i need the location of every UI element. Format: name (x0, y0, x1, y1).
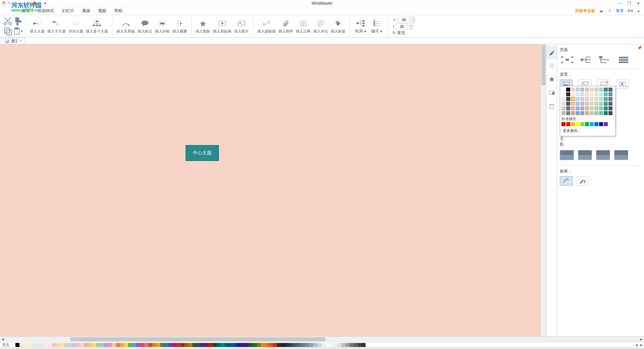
color-swatch[interactable] (599, 122, 603, 126)
central-topic[interactable]: 中心主题 (185, 145, 219, 161)
v-spacing-up[interactable]: ▴ (409, 23, 413, 27)
palette-swatch[interactable] (321, 343, 325, 347)
palette-swatch[interactable] (193, 343, 197, 347)
color-swatch[interactable] (604, 102, 608, 106)
color-swatch[interactable] (566, 122, 570, 126)
color-swatch[interactable] (594, 111, 598, 115)
palette-swatch[interactable] (64, 343, 68, 347)
h-spacing-up[interactable]: ▴ (411, 17, 415, 20)
print-icon[interactable]: 🖨 (37, 1, 42, 6)
color-swatch[interactable] (580, 122, 584, 126)
palette-swatch[interactable] (84, 343, 88, 347)
v-spacing-down[interactable]: ▾ (409, 27, 413, 30)
palette-swatch[interactable] (305, 343, 309, 347)
palette-swatch[interactable] (237, 343, 241, 347)
color-swatch[interactable] (561, 88, 566, 92)
palette-swatch[interactable] (176, 343, 180, 347)
palette-swatch[interactable] (140, 343, 144, 347)
palette-swatch[interactable] (23, 343, 28, 347)
reset-button[interactable]: ↻重置 (392, 30, 415, 36)
hscroll-thumb[interactable] (70, 337, 325, 341)
layout-right[interactable] (579, 55, 593, 65)
palette-swatch[interactable] (52, 343, 56, 347)
color-swatch[interactable] (576, 92, 580, 96)
palette-swatch[interactable] (40, 343, 44, 347)
palette-swatch[interactable] (358, 343, 362, 347)
comment-button[interactable]: 插入评论 (312, 18, 329, 35)
color-swatch[interactable] (576, 102, 580, 106)
palette-swatch[interactable] (273, 343, 277, 347)
palette-swatch[interactable] (68, 343, 72, 347)
palette-swatch[interactable] (309, 343, 313, 347)
color-swatch[interactable] (571, 111, 575, 115)
side-tab-style[interactable] (546, 46, 557, 59)
color-swatch[interactable] (585, 111, 589, 115)
palette-swatch[interactable] (156, 343, 160, 347)
palette-swatch[interactable] (15, 343, 19, 347)
tag-button[interactable]: 插入标签 (329, 18, 347, 35)
palette-swatch[interactable] (297, 343, 301, 347)
color-swatch[interactable] (599, 102, 603, 106)
upgrade-link[interactable]: 升级专业版 (575, 8, 595, 14)
redo-icon[interactable] (12, 1, 17, 6)
palette-right[interactable]: ▶ (639, 343, 644, 347)
share-icon[interactable]: < (607, 8, 612, 13)
numbering-button[interactable]: 123编号 ▾ (369, 18, 385, 35)
palette-swatch[interactable] (245, 343, 249, 347)
color-swatch[interactable] (608, 111, 612, 115)
canvas[interactable]: 中心主题 (0, 44, 540, 336)
color-swatch[interactable] (561, 102, 566, 106)
palette-swatch[interactable] (108, 343, 112, 347)
color-swatch[interactable] (576, 97, 580, 101)
summary-button[interactable]: 插入概要 (171, 18, 189, 35)
color-swatch[interactable] (576, 122, 580, 126)
effect-pen[interactable] (576, 176, 589, 186)
palette-swatch[interactable] (28, 343, 32, 347)
color-swatch[interactable] (604, 97, 608, 101)
close-button[interactable]: ✕ (636, 1, 641, 6)
palette-swatch[interactable] (233, 343, 237, 347)
palette-swatch[interactable] (329, 343, 333, 347)
menu-slideshow[interactable]: 幻灯片 (59, 7, 77, 15)
color-swatch[interactable] (585, 92, 589, 96)
color-swatch[interactable] (585, 102, 589, 106)
palette-swatch[interactable] (289, 343, 293, 347)
menu-help[interactable]: 帮助 (111, 7, 126, 15)
theme-item[interactable] (560, 150, 574, 160)
color-swatch[interactable] (580, 102, 584, 106)
color-swatch[interactable] (566, 106, 570, 110)
palette-swatch[interactable] (72, 343, 76, 347)
color-swatch[interactable] (599, 97, 603, 101)
h-spacing-input[interactable] (398, 17, 410, 23)
color-swatch[interactable] (580, 106, 584, 110)
palette-swatch[interactable] (225, 343, 229, 347)
color-swatch[interactable] (590, 106, 594, 110)
palette-swatch[interactable] (120, 343, 124, 347)
palette-swatch[interactable] (229, 343, 233, 347)
color-swatch[interactable] (594, 97, 598, 101)
relation-button[interactable]: 插入关系线 (115, 18, 136, 35)
palette-swatch[interactable] (241, 343, 245, 347)
paste-button[interactable]: ▾ (13, 27, 23, 36)
palette-swatch[interactable] (205, 343, 209, 347)
pin-icon[interactable]: 📌 (637, 46, 642, 50)
color-swatch[interactable] (599, 106, 603, 110)
note-button[interactable]: 插入注释 (294, 18, 312, 35)
hyperlink-button[interactable]: 插入超链接 (256, 18, 277, 35)
color-swatch[interactable] (590, 111, 594, 115)
color-swatch[interactable] (576, 88, 580, 92)
palette-swatch[interactable] (362, 343, 366, 347)
palette-swatch[interactable] (100, 343, 104, 347)
palette-swatch[interactable] (124, 343, 128, 347)
color-swatch[interactable] (608, 102, 612, 106)
color-swatch[interactable] (590, 88, 594, 92)
color-swatch[interactable] (566, 92, 570, 96)
hscroll-left[interactable]: ◀ (0, 337, 5, 342)
color-swatch[interactable] (580, 111, 584, 115)
palette-swatch[interactable] (269, 343, 273, 347)
palette-swatch[interactable] (11, 343, 15, 347)
insert-icon-button[interactable]: 插入图标 (194, 18, 212, 35)
color-swatch[interactable] (561, 97, 566, 101)
palette-swatch[interactable] (104, 343, 108, 347)
color-swatch[interactable] (604, 111, 608, 115)
